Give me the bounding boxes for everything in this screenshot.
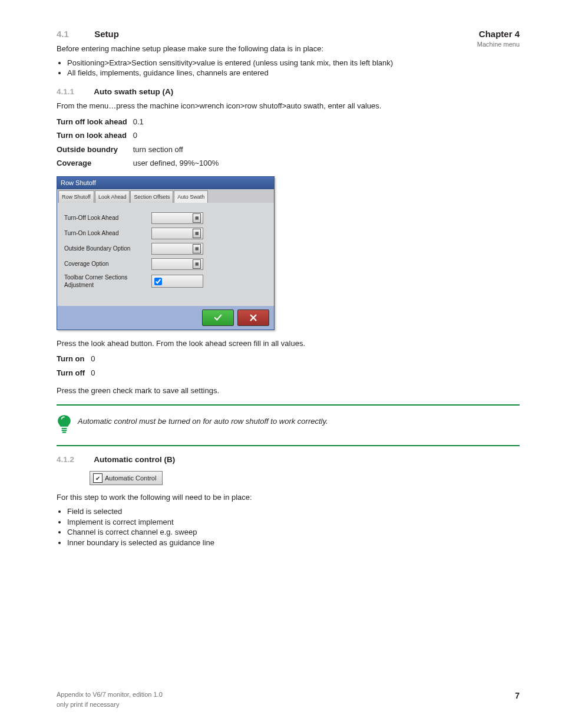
tip-callout: Automatic control must be turned on for … [57, 414, 520, 437]
field-label: Turn-Off Look Ahead [64, 214, 151, 222]
automatic-control-label: Automatic Control [105, 475, 156, 482]
subsection-title: Auto swath setup (A) [94, 87, 173, 96]
field-label: Coverage Option [64, 260, 151, 268]
divider [57, 445, 520, 446]
auto-control-bullet: Channel is correct channel e.g. sweep [67, 527, 520, 538]
turn-on-look-ahead-input[interactable]: ▦ [151, 228, 203, 239]
setup-intro: Before entering machine setup please mak… [57, 44, 520, 54]
dialog-title: Row Shutoff [57, 177, 274, 189]
section-heading: 4.1 Setup [57, 28, 520, 40]
chapter-subtitle: Machine menu [477, 40, 520, 49]
setup-bullet: All fields, implements, guidance lines, … [67, 68, 520, 78]
auto-swath-intro: From the menu…press the machine icon>wre… [57, 101, 520, 111]
page-number: 7 [515, 690, 520, 709]
toolbar-corner-adjust-checkbox[interactable] [151, 275, 203, 288]
tab-look-ahead[interactable]: Look Ahead [95, 190, 130, 203]
auto-control-intro: For this step to work the following will… [57, 492, 520, 503]
subsection-number: 4.1.2 [57, 454, 92, 465]
section-number: 4.1 [57, 28, 92, 40]
field-label: Outside Boundary Option [64, 245, 151, 253]
check-icon [214, 314, 222, 322]
tab-section-offsets[interactable]: Section Offsets [130, 190, 173, 203]
svg-rect-1 [62, 430, 67, 431]
turn-off-look-ahead-input[interactable]: ▦ [151, 212, 203, 224]
auto-control-bullet: Field is selected [67, 506, 520, 517]
tab-row-shutoff[interactable]: Row Shutoff [58, 190, 94, 203]
lightbulb-icon [57, 414, 72, 437]
subsection-heading: 4.1.1 Auto swath setup (A) [57, 87, 520, 97]
tip-text: Automatic control must be turned on for … [78, 416, 328, 427]
chapter-header: Chapter 4 Machine menu [477, 28, 520, 49]
outside-boundary-input[interactable]: ▦ [151, 243, 203, 255]
checkbox-icon: ✔ [93, 473, 103, 483]
auto-swath-values-table: Turn off look ahead0.1 Turn on look ahea… [57, 115, 224, 170]
print-note: only print if necessary [57, 700, 163, 709]
field-label: Toolbar Corner Sections Adjustment [64, 274, 151, 289]
auto-control-bullet: Implement is correct implement [67, 517, 520, 528]
ok-button[interactable] [202, 309, 234, 326]
subsection-title: Automatic control (B) [94, 455, 175, 464]
chapter-title: Chapter 4 [477, 28, 520, 40]
row-shutoff-dialog: Row Shutoff Row Shutoff Look Ahead Secti… [57, 176, 275, 330]
divider [57, 404, 520, 406]
dialog-tabs: Row Shutoff Look Ahead Section Offsets A… [57, 189, 274, 203]
field-label: Turn-On Look Ahead [64, 229, 151, 238]
close-icon [249, 314, 257, 322]
tab-auto-swath[interactable]: Auto Swath [174, 190, 208, 203]
svg-rect-0 [62, 428, 67, 429]
keypad-icon[interactable]: ▦ [193, 259, 201, 269]
cancel-button[interactable] [237, 309, 269, 326]
save-instruction: Press the green check mark to save all s… [57, 386, 520, 396]
automatic-control-button[interactable]: ✔ Automatic Control [90, 471, 163, 485]
subsection-number: 4.1.1 [57, 87, 92, 97]
keypad-icon[interactable]: ▦ [193, 244, 201, 253]
section-title: Setup [94, 29, 119, 39]
look-ahead-values-table: Turn on0 Turn off0 [57, 352, 101, 380]
look-ahead-instruction: Press the look ahead button. From the lo… [57, 338, 520, 349]
svg-rect-2 [62, 431, 66, 433]
keypad-icon[interactable]: ▦ [193, 229, 201, 238]
page-footer: Appendix to V6/7 monitor, edition 1.0 on… [57, 690, 520, 709]
doc-id: Appendix to V6/7 monitor, edition 1.0 [57, 690, 163, 699]
auto-control-bullet: Inner boundary is selected as guidance l… [67, 538, 520, 548]
keypad-icon[interactable]: ▦ [193, 213, 201, 223]
coverage-option-input[interactable]: ▦ [151, 258, 203, 270]
subsection-heading: 4.1.2 Automatic control (B) [57, 454, 520, 465]
setup-bullet: Positioning>Extra>Section sensitivity>va… [67, 58, 520, 68]
